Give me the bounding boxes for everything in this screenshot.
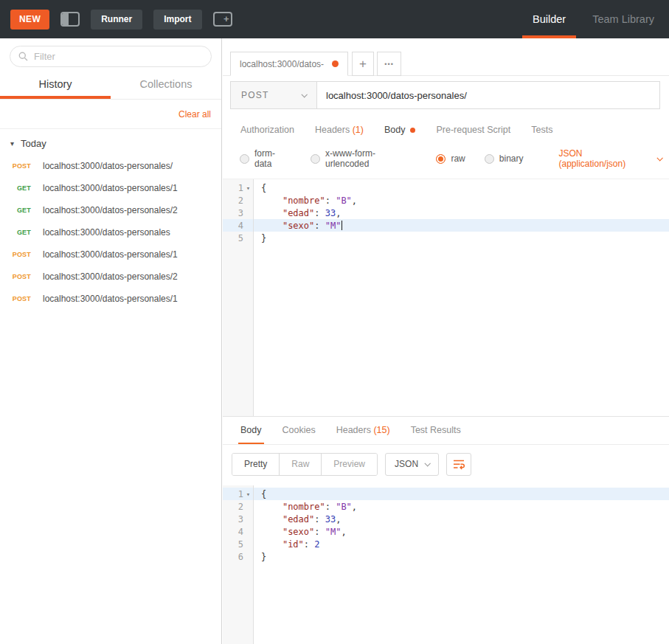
filter-box xyxy=(10,46,212,67)
request-tab-body[interactable]: Body xyxy=(374,118,426,143)
response-tab-test-results[interactable]: Test Results xyxy=(401,417,471,444)
history-item[interactable]: POSTlocalhost:3000/datos-personales/1 xyxy=(0,288,221,310)
history-item[interactable]: GETlocalhost:3000/datos-personales/2 xyxy=(0,199,221,221)
team-library-label: Team Library xyxy=(592,13,654,25)
body-type-label: form-data xyxy=(254,148,291,169)
request-editor[interactable]: 1▾2345 { "nombre": "B", "edad": 33, "sex… xyxy=(223,179,669,416)
code-line[interactable]: { xyxy=(254,181,669,194)
chevron-down-icon xyxy=(657,155,663,161)
line-number: 3 xyxy=(223,513,253,525)
view-mode-pretty[interactable]: Pretty xyxy=(232,454,280,475)
new-tab-button[interactable]: + xyxy=(352,52,374,76)
tab-options-button[interactable]: ••• xyxy=(377,52,401,76)
code-line[interactable]: } xyxy=(254,232,669,244)
clear-all-row: Clear all xyxy=(0,100,221,129)
new-button[interactable]: NEW xyxy=(10,10,49,30)
body-type-raw[interactable]: raw xyxy=(436,153,465,164)
response-format-select[interactable]: JSON xyxy=(385,453,439,476)
body-type-options: form-datax-www-form-urlencodedrawbinary xyxy=(240,148,523,169)
method-label: POST xyxy=(241,90,268,100)
body-type-label: x-www-form-urlencoded xyxy=(325,148,417,169)
code-line[interactable]: "edad": 33, xyxy=(254,207,669,219)
line-number: 2 xyxy=(223,500,253,513)
search-icon xyxy=(18,52,28,61)
body-type-binary[interactable]: binary xyxy=(485,153,524,164)
tab-collections[interactable]: Collections xyxy=(111,70,221,99)
view-mode-raw[interactable]: Raw xyxy=(280,454,322,475)
method-badge: POST xyxy=(7,295,31,302)
import-button[interactable]: Import xyxy=(153,10,201,30)
response-tab-label: Test Results xyxy=(411,425,461,435)
history-item[interactable]: GETlocalhost:3000/datos-personales xyxy=(0,221,221,243)
code-line[interactable]: "edad": 33, xyxy=(254,513,669,525)
code-line[interactable]: "id": 2 xyxy=(254,538,669,550)
request-tab-label: Headers xyxy=(315,125,350,135)
url-field xyxy=(317,81,660,109)
more-options-icon: ••• xyxy=(384,60,393,68)
topbar: NEW Runner Import Builder Team Library xyxy=(0,0,669,38)
sidebar-toggle-icon[interactable] xyxy=(60,12,80,27)
fold-arrow-icon[interactable]: ▾ xyxy=(243,491,253,498)
collapse-arrow-icon: ▾ xyxy=(10,139,14,148)
body-type-x-www-form-urlencoded[interactable]: x-www-form-urlencoded xyxy=(311,148,417,169)
history-item-url: localhost:3000/datos-personales/1 xyxy=(43,183,178,193)
history-item[interactable]: POSTlocalhost:3000/datos-personales/2 xyxy=(0,266,221,288)
new-window-glyph xyxy=(213,12,232,27)
response-tab-label: Cookies xyxy=(282,425,316,435)
history-item-url: localhost:3000/datos-personales/2 xyxy=(43,271,178,282)
response-editor[interactable]: 1▾23456 { "nombre": "B", "edad": 33, "se… xyxy=(223,485,669,644)
tab-team-library[interactable]: Team Library xyxy=(579,0,668,38)
code-line[interactable]: "sexo": "M" xyxy=(254,219,669,232)
request-tab-label: Pre-request Script xyxy=(436,125,510,135)
line-number: 2 xyxy=(223,194,253,207)
headers-count: (15) xyxy=(371,425,390,435)
content-type-select[interactable]: JSON (application/json) xyxy=(558,148,662,169)
headers-count: (1) xyxy=(350,125,364,135)
history-item[interactable]: GETlocalhost:3000/datos-personales/1 xyxy=(0,177,221,199)
request-tab-pre-request-script[interactable]: Pre-request Script xyxy=(426,118,521,143)
history-section-today[interactable]: ▾ Today xyxy=(0,129,221,155)
request-tab-headers[interactable]: Headers (1) xyxy=(305,118,374,143)
filter-input[interactable] xyxy=(34,51,203,62)
history-item-url: localhost:3000/datos-personales xyxy=(43,227,170,238)
code-line[interactable]: "nombre": "B", xyxy=(254,194,669,207)
response-tab-body[interactable]: Body xyxy=(230,417,272,444)
code-line[interactable]: "nombre": "B", xyxy=(254,500,669,513)
method-badge: POST xyxy=(7,162,31,170)
url-input[interactable] xyxy=(326,90,651,101)
response-tab-headers[interactable]: Headers (15) xyxy=(326,417,401,444)
radio-icon-form-data xyxy=(240,154,249,164)
radio-icon-binary xyxy=(485,154,494,164)
new-window-icon[interactable] xyxy=(213,12,232,27)
fold-arrow-icon[interactable]: ▾ xyxy=(243,184,253,192)
wrap-lines-button[interactable] xyxy=(446,453,471,476)
response-tab-cookies[interactable]: Cookies xyxy=(272,417,326,444)
request-editor-code: { "nombre": "B", "edad": 33, "sexo": "M"… xyxy=(254,179,669,416)
history-item[interactable]: POSTlocalhost:3000/datos-personales/1 xyxy=(0,243,221,266)
method-badge: GET xyxy=(7,184,31,192)
method-select[interactable]: POST xyxy=(230,81,317,109)
code-line[interactable]: "sexo": "M", xyxy=(254,525,669,538)
request-tab-tests[interactable]: Tests xyxy=(521,118,563,143)
runner-button[interactable]: Runner xyxy=(91,10,142,30)
body-type-row: form-datax-www-form-urlencodedrawbinary … xyxy=(223,143,669,179)
body-type-form-data[interactable]: form-data xyxy=(240,148,291,169)
request-tabstrip: localhost:3000/datos- + ••• xyxy=(223,38,669,76)
request-tab-authorization[interactable]: Authorization xyxy=(230,118,305,143)
history-item[interactable]: POSTlocalhost:3000/datos-personales/ xyxy=(0,155,221,177)
code-line[interactable]: } xyxy=(254,550,669,563)
open-request-tab[interactable]: localhost:3000/datos- xyxy=(230,52,348,76)
view-mode-preview[interactable]: Preview xyxy=(322,454,377,475)
wrap-lines-icon xyxy=(453,459,465,470)
history-item-url: localhost:3000/datos-personales/1 xyxy=(43,294,178,304)
tab-history[interactable]: History xyxy=(0,70,111,99)
sidebar-toggle-glyph xyxy=(60,12,80,27)
chevron-down-icon xyxy=(301,91,307,97)
tab-builder[interactable]: Builder xyxy=(519,0,579,38)
request-tabs: AuthorizationHeaders (1)BodyPre-request … xyxy=(230,118,669,143)
clear-all-link[interactable]: Clear all xyxy=(178,109,211,120)
code-line[interactable]: { xyxy=(254,488,669,500)
radio-icon-x-www-form-urlencoded xyxy=(311,154,320,164)
open-request-tab-title: localhost:3000/datos- xyxy=(240,59,324,69)
response-editor-code: { "nombre": "B", "edad": 33, "sexo": "M"… xyxy=(254,485,669,644)
